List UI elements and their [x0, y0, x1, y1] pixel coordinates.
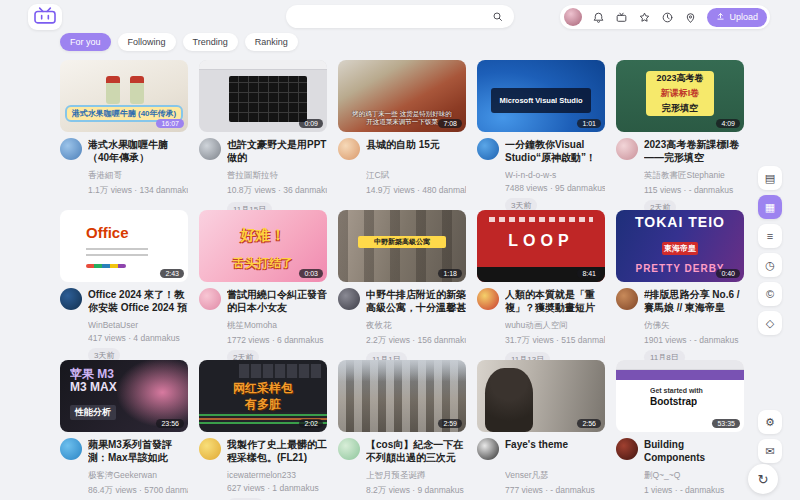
video-thumbnail[interactable]: 港式水果咖喱牛腩 (40年传承) 16:07	[60, 60, 188, 132]
uploader-avatar[interactable]	[338, 438, 360, 460]
uploader-avatar[interactable]	[338, 138, 360, 160]
video-card[interactable]: 烤的鸡丁来一些 这货是特别好味的开这道菜来调节一下饭菜 7:08 县城的自助 1…	[338, 60, 466, 198]
video-thumbnail[interactable]: Microsoft Visual Studio 1:01	[477, 60, 605, 132]
uploader-avatar[interactable]	[477, 138, 499, 160]
uploader-name[interactable]: 极客湾Geekerwan	[88, 470, 188, 482]
video-card[interactable]: 2023高考卷新课标I卷完形填空 4:09 2023高考卷新課標I卷——完形填空…	[616, 60, 744, 198]
uploader-name[interactable]: W-i-n-d-o-w-s	[505, 170, 605, 180]
video-thumbnail[interactable]: LOOP 8:41	[477, 210, 605, 282]
uploader-avatar[interactable]	[616, 438, 638, 460]
tab-for-you[interactable]: For you	[60, 33, 111, 51]
feedback-button[interactable]: ✉	[758, 439, 782, 463]
tab-following[interactable]: Following	[118, 33, 176, 51]
uploader-avatar[interactable]	[199, 138, 221, 160]
video-title[interactable]: 【cos向】紀念一下在不列顛出過的三次元	[366, 438, 466, 464]
side-tool-copyright[interactable]: ©	[758, 282, 782, 306]
video-title[interactable]: 县城的自助 15元	[366, 138, 466, 164]
refresh-button[interactable]: ↻	[748, 464, 778, 494]
search-bar[interactable]	[286, 5, 514, 28]
video-card[interactable]: 网红采样包有多脏 2:02 我製作了史上最髒的工程采樣包。(FL21) icew…	[199, 360, 327, 498]
list-icon: ≡	[767, 230, 773, 242]
video-card[interactable]: 2:56 Faye's theme Venser凡瑟 777 views · -…	[477, 360, 605, 498]
video-card[interactable]: LOOP 8:41 人類的本質就是「重複」？獲奬動畫短片《LOOP》 wuhu动…	[477, 210, 605, 348]
uploader-name[interactable]: icewatermelon233	[227, 470, 327, 480]
video-thumbnail[interactable]: 网红采样包有多脏 2:02	[199, 360, 327, 432]
video-title[interactable]: 中野牛排店附近的新築高級公寓，十分溫馨甚至九分乾淨	[366, 288, 466, 314]
tv-icon[interactable]	[615, 11, 628, 24]
video-card[interactable]: 好难！舌头打结了 0:03 嘗試用繞口令糾正發音的日本小女友 桃笙Momoha …	[199, 210, 327, 348]
video-thumbnail[interactable]: 烤的鸡丁来一些 这货是特别好味的开这道菜来调节一下饭菜 7:08	[338, 60, 466, 132]
uploader-name[interactable]: 夜攸花	[366, 320, 466, 332]
side-tool-history[interactable]: ◷	[758, 253, 782, 277]
star-icon[interactable]	[638, 11, 651, 24]
uploader-avatar[interactable]	[477, 438, 499, 460]
tab-ranking[interactable]: Ranking	[245, 33, 298, 51]
video-title[interactable]: Faye's theme	[505, 438, 605, 464]
uploader-avatar[interactable]	[60, 438, 82, 460]
video-thumbnail[interactable]: 2:56	[477, 360, 605, 432]
side-tool-cards[interactable]: ▤	[758, 166, 782, 190]
uploader-name[interactable]: Venser凡瑟	[505, 470, 605, 482]
video-thumbnail[interactable]: Office 2:43	[60, 210, 188, 282]
search-icon[interactable]	[491, 10, 504, 23]
video-card[interactable]: 中野新築高級公寓 1:18 中野牛排店附近的新築高級公寓，十分溫馨甚至九分乾淨 …	[338, 210, 466, 348]
site-logo[interactable]	[28, 4, 62, 30]
video-title[interactable]: 蘋果M3系列首發評測：Max早該如此	[88, 438, 188, 464]
uploader-name[interactable]: 江C賦	[366, 170, 466, 182]
uploader-avatar[interactable]	[338, 288, 360, 310]
side-tool-shield[interactable]: ▦	[758, 195, 782, 219]
uploader-avatar[interactable]	[60, 288, 82, 310]
uploader-avatar[interactable]	[199, 288, 221, 310]
uploader-name[interactable]: 删Q~_~Q	[644, 470, 744, 482]
uploader-name[interactable]: 香港細哥	[88, 170, 188, 182]
bell-icon[interactable]	[592, 11, 605, 24]
video-title[interactable]: 一分鐘教你Visual Studio“原神啟動”！（適用於任何end）	[505, 138, 605, 164]
video-card[interactable]: Office 2:43 Office 2024 來了！教你安裝 Office 2…	[60, 210, 188, 348]
video-title[interactable]: 人類的本質就是「重複」？獲奬動畫短片《LOOP》	[505, 288, 605, 314]
video-card[interactable]: 2:59 【cos向】紀念一下在不列顛出過的三次元 上智月预圣诞蹲 8.2万 v…	[338, 360, 466, 498]
uploader-name[interactable]: 上智月预圣诞蹲	[366, 470, 466, 482]
history-icon[interactable]	[661, 11, 674, 24]
side-tool-theme[interactable]: ◇	[758, 311, 782, 335]
video-thumbnail[interactable]: 0:09	[199, 60, 327, 132]
video-card[interactable]: Get started withBootstrap 53:35 Building…	[616, 360, 744, 498]
search-input[interactable]	[296, 10, 491, 23]
video-title[interactable]: 2023高考卷新課標I卷——完形填空	[644, 138, 744, 164]
video-title[interactable]: Building Components	[644, 438, 744, 464]
video-thumbnail[interactable]: 好难！舌头打结了 0:03	[199, 210, 327, 282]
video-thumbnail[interactable]: 中野新築高級公寓 1:18	[338, 210, 466, 282]
video-card[interactable]: Microsoft Visual Studio 1:01 一分鐘教你Visual…	[477, 60, 605, 198]
video-title[interactable]: #排版思路分享 No.6 / 賽馬娘 // 東海帝皇	[644, 288, 744, 314]
uploader-avatar[interactable]	[616, 288, 638, 310]
video-card[interactable]: 港式水果咖喱牛腩 (40年传承) 16:07 港式水果咖喱牛腩（40年傳承） 香…	[60, 60, 188, 198]
uploader-name[interactable]: wuhu动画人空间	[505, 320, 605, 332]
video-thumbnail[interactable]: 2:59	[338, 360, 466, 432]
upload-button[interactable]: Upload	[707, 8, 767, 27]
uploader-name[interactable]: 仿佛矢	[644, 320, 744, 332]
tab-trending[interactable]: Trending	[183, 33, 238, 51]
settings-button[interactable]: ⚙	[758, 410, 782, 434]
video-thumbnail[interactable]: 苹果 M3M3 MAX性能分析 23:56	[60, 360, 188, 432]
uploader-name[interactable]: 英語教書匠Stephanie	[644, 170, 744, 182]
video-thumbnail[interactable]: TOKAI TEIO東海帝皇PRETTY DERBY 0:40	[616, 210, 744, 282]
video-title[interactable]: 也許文豪野犬是用PPT做的	[227, 138, 327, 164]
uploader-avatar[interactable]	[199, 438, 221, 460]
video-title[interactable]: 港式水果咖喱牛腩（40年傳承）	[88, 138, 188, 164]
video-title[interactable]: 我製作了史上最髒的工程采樣包。(FL21)	[227, 438, 327, 464]
uploader-avatar[interactable]	[616, 138, 638, 160]
video-title[interactable]: 嘗試用繞口令糾正發音的日本小女友	[227, 288, 327, 314]
video-card[interactable]: 0:09 也許文豪野犬是用PPT做的 普拉圖斯拉特 10.8万 views · …	[199, 60, 327, 198]
uploader-name[interactable]: 桃笙Momoha	[227, 320, 327, 332]
video-title[interactable]: Office 2024 來了！教你安裝 Office 2024 預覽版！	[88, 288, 188, 314]
video-thumbnail[interactable]: 2023高考卷新课标I卷完形填空 4:09	[616, 60, 744, 132]
user-avatar[interactable]	[564, 8, 582, 26]
uploader-name[interactable]: 普拉圖斯拉特	[227, 170, 327, 182]
uploader-avatar[interactable]	[477, 288, 499, 310]
video-card[interactable]: 苹果 M3M3 MAX性能分析 23:56 蘋果M3系列首發評測：Max早該如此…	[60, 360, 188, 498]
location-icon[interactable]	[684, 11, 697, 24]
uploader-name[interactable]: WinBetaUser	[88, 320, 188, 330]
video-thumbnail[interactable]: Get started withBootstrap 53:35	[616, 360, 744, 432]
uploader-avatar[interactable]	[60, 138, 82, 160]
side-tool-list[interactable]: ≡	[758, 224, 782, 248]
video-card[interactable]: TOKAI TEIO東海帝皇PRETTY DERBY 0:40 #排版思路分享 …	[616, 210, 744, 348]
